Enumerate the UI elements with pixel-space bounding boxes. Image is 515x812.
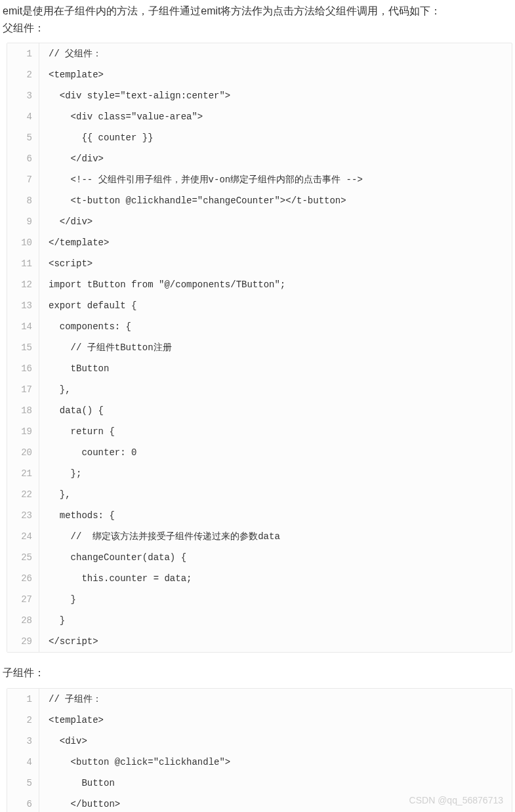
line-number: 24 (7, 526, 39, 547)
line-number: 3 (7, 731, 39, 752)
line-number: 23 (7, 505, 39, 526)
parent-label: 父组件： (3, 22, 45, 33)
code-row: 5 Button (7, 773, 512, 794)
line-number: 4 (7, 106, 39, 127)
code-line: data() { (39, 400, 512, 421)
child-paragraph: 子组件： (0, 662, 515, 685)
line-number: 13 (7, 295, 39, 316)
code-row: 6 </div> (7, 148, 512, 169)
code-line: <div> (39, 731, 512, 752)
code-line: // 子组件： (39, 689, 512, 710)
code-line: changeCounter(data) { (39, 547, 512, 568)
line-number: 2 (7, 64, 39, 85)
code-row: 25 changeCounter(data) { (7, 547, 512, 568)
code-line: <template> (39, 64, 512, 85)
code-line: Button (39, 773, 512, 794)
code-line: </template> (39, 232, 512, 253)
parent-code-block: 1// 父组件：2<template>3 <div style="text-al… (7, 43, 512, 653)
code-row: 11<script> (7, 253, 512, 274)
code-line: <div class="value-area"> (39, 106, 512, 127)
code-row: 6 </button> (7, 794, 512, 812)
code-line: }, (39, 484, 512, 505)
code-line: <!-- 父组件引用子组件，并使用v-on绑定子组件内部的点击事件 --> (39, 169, 512, 190)
code-row: 9 </div> (7, 211, 512, 232)
code-line: tButton (39, 358, 512, 379)
code-row: 26 this.counter = data; (7, 568, 512, 589)
code-row: 17 }, (7, 379, 512, 400)
code-line: this.counter = data; (39, 568, 512, 589)
code-row: 12import tButton from "@/components/TBut… (7, 274, 512, 295)
line-number: 15 (7, 337, 39, 358)
code-row: 22 }, (7, 484, 512, 505)
parent-code-table: 1// 父组件：2<template>3 <div style="text-al… (7, 43, 512, 652)
code-row: 4 <div class="value-area"> (7, 106, 512, 127)
code-row: 7 <!-- 父组件引用子组件，并使用v-on绑定子组件内部的点击事件 --> (7, 169, 512, 190)
code-line: return { (39, 421, 512, 442)
code-line: }, (39, 379, 512, 400)
intro-paragraph: emit是使用在子组件内的方法，子组件通过emit将方法作为点击方法给父组件调用… (0, 0, 515, 40)
code-row: 4 <button @click="clickhandle"> (7, 752, 512, 773)
intro-text: emit是使用在子组件内的方法，子组件通过emit将方法作为点击方法给父组件调用… (3, 5, 441, 16)
code-row: 8 <t-button @clickhandle="changeCounter"… (7, 190, 512, 211)
line-number: 28 (7, 610, 39, 631)
line-number: 29 (7, 631, 39, 652)
code-line: {{ counter }} (39, 127, 512, 148)
code-row: 18 data() { (7, 400, 512, 421)
child-code-table: 1// 子组件：2<template>3 <div>4 <button @cli… (7, 689, 512, 812)
code-row: 2<template> (7, 710, 512, 731)
line-number: 10 (7, 232, 39, 253)
line-number: 9 (7, 211, 39, 232)
code-line: </button> (39, 794, 512, 812)
code-row: 3 <div> (7, 731, 512, 752)
code-line: } (39, 610, 512, 631)
code-row: 24 // 绑定该方法并接受子组件传递过来的参数data (7, 526, 512, 547)
code-line: // 绑定该方法并接受子组件传递过来的参数data (39, 526, 512, 547)
code-line: methods: { (39, 505, 512, 526)
line-number: 20 (7, 442, 39, 463)
line-number: 3 (7, 85, 39, 106)
line-number: 12 (7, 274, 39, 295)
code-row: 20 counter: 0 (7, 442, 512, 463)
line-number: 2 (7, 710, 39, 731)
code-line: <script> (39, 253, 512, 274)
code-row: 5 {{ counter }} (7, 127, 512, 148)
code-line: } (39, 589, 512, 610)
code-row: 28 } (7, 610, 512, 631)
code-line: // 父组件： (39, 43, 512, 64)
code-row: 14 components: { (7, 316, 512, 337)
code-row: 19 return { (7, 421, 512, 442)
line-number: 17 (7, 379, 39, 400)
line-number: 16 (7, 358, 39, 379)
code-line: components: { (39, 316, 512, 337)
line-number: 5 (7, 127, 39, 148)
line-number: 6 (7, 794, 39, 812)
line-number: 18 (7, 400, 39, 421)
code-line: </script> (39, 631, 512, 652)
code-row: 10</template> (7, 232, 512, 253)
code-line: </div> (39, 211, 512, 232)
code-line: counter: 0 (39, 442, 512, 463)
child-code-block: 1// 子组件：2<template>3 <div>4 <button @cli… (7, 688, 512, 812)
code-row: 15 // 子组件tButton注册 (7, 337, 512, 358)
code-row: 21 }; (7, 463, 512, 484)
line-number: 4 (7, 752, 39, 773)
code-line: <template> (39, 710, 512, 731)
child-label: 子组件： (3, 667, 45, 678)
line-number: 1 (7, 689, 39, 710)
code-line: <div style="text-align:center"> (39, 85, 512, 106)
line-number: 5 (7, 773, 39, 794)
code-row: 2<template> (7, 64, 512, 85)
code-row: 1// 子组件： (7, 689, 512, 710)
line-number: 8 (7, 190, 39, 211)
code-line: // 子组件tButton注册 (39, 337, 512, 358)
code-line: <button @click="clickhandle"> (39, 752, 512, 773)
code-line: export default { (39, 295, 512, 316)
line-number: 14 (7, 316, 39, 337)
code-line: <t-button @clickhandle="changeCounter"><… (39, 190, 512, 211)
code-line: }; (39, 463, 512, 484)
line-number: 19 (7, 421, 39, 442)
code-row: 13export default { (7, 295, 512, 316)
code-line: import tButton from "@/components/TButto… (39, 274, 512, 295)
line-number: 11 (7, 253, 39, 274)
line-number: 26 (7, 568, 39, 589)
